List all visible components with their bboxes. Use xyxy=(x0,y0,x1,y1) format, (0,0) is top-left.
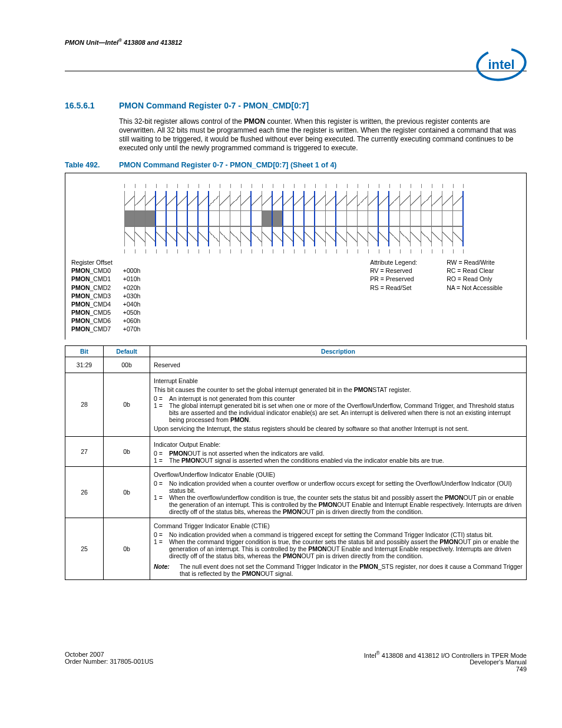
page-header: PMON Unit—Intel® 413808 and 413812 intel xyxy=(65,35,527,71)
th-bit: Bit xyxy=(65,345,104,357)
th-default: Default xyxy=(104,345,150,357)
register-offsets: Register OffsetPMON_CMD0PMON_CMD1PMON_CM… xyxy=(71,258,140,334)
bit-description-table: Bit Default Description 31:2900bReserved… xyxy=(65,345,527,580)
svg-text:intel: intel xyxy=(488,57,514,72)
attribute-legend: Attribute Legend:RV = ReservedPR = Prese… xyxy=(370,258,520,334)
page-footer: October 2007 Order Number: 317805-001US … xyxy=(65,651,527,673)
th-description: Description xyxy=(150,345,527,357)
footer-right: Intel® 413808 and 413812 I/O Controllers… xyxy=(364,651,527,673)
table-row: 250bCommand Trigger Indicator Enable (CT… xyxy=(65,518,527,579)
offsets-and-legend: Register OffsetPMON_CMD0PMON_CMD1PMON_CM… xyxy=(71,258,520,334)
bit-grid xyxy=(124,184,520,253)
section-paragraph: This 32-bit register allows control of t… xyxy=(119,117,527,153)
section-number: 16.5.6.1 xyxy=(65,101,119,110)
table-row: 270bIndicator Output Enable:0 =PMONOUT i… xyxy=(65,436,527,466)
header-title: PMON Unit—Intel® 413808 and 413812 xyxy=(65,35,182,46)
table-caption: Table 492.PMON Command Register 0-7 - PM… xyxy=(65,161,527,169)
intel-logo: intel xyxy=(476,47,527,83)
section-title: PMON Command Register 0-7 - PMON_CMD[0:7… xyxy=(119,101,309,110)
table-row: 260bOverflow/Underflow Indicator Enable … xyxy=(65,466,527,518)
section-heading: 16.5.6.1PMON Command Register 0-7 - PMON… xyxy=(65,101,527,110)
footer-left: October 2007 Order Number: 317805-001US xyxy=(65,651,153,673)
table-row: 31:2900bReserved xyxy=(65,357,527,373)
register-diagram-frame: Register OffsetPMON_CMD0PMON_CMD1PMON_CM… xyxy=(65,173,527,340)
table-row: 280bInterrupt EnableThis bit causes the … xyxy=(65,373,527,436)
